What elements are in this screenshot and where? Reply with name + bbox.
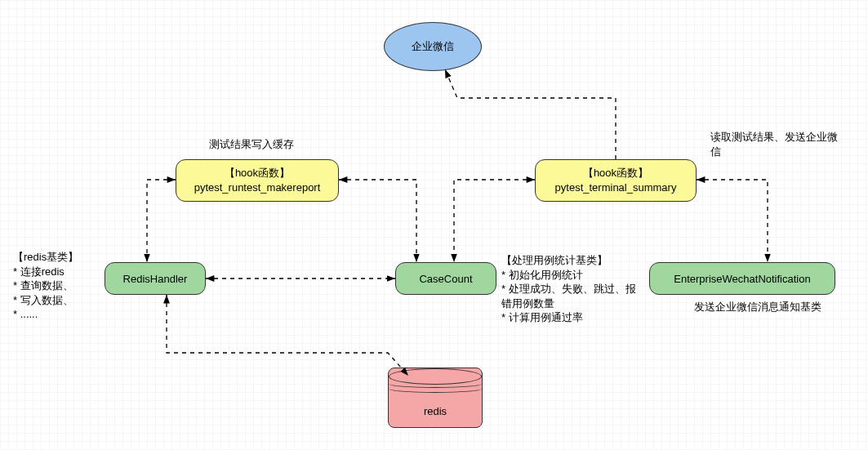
edge-terminal-to-wechat [445,69,616,159]
annotation-terminal: 读取测试结果、发送企业微信 [710,130,845,158]
annotation-item: * 查询数据、 [13,278,105,293]
annotation-makereport: 测试结果写入缓存 [209,137,294,152]
node-enterprise-wechat-app[interactable]: 企业微信 [384,22,482,71]
diagram-canvas: 企业微信 【hook函数】 pytest_runtest_makereport … [0,0,868,450]
annotation-item: * 处理成功、失败、跳过、报错用例数量 [501,282,636,310]
db-band [389,385,482,393]
annotation-casecount-base: 【处理用例统计基类】 * 初始化用例统计 * 处理成功、失败、跳过、报错用例数量… [501,253,636,325]
annotation-item: * 写入数据、 [13,293,105,308]
annotation-title: 【处理用例统计基类】 [501,253,636,268]
node-hook-makereport[interactable]: 【hook函数】 pytest_runtest_makereport [176,159,339,202]
node-title-line2: pytest_terminal_summary [555,180,677,195]
edge-makereport-to-redishandler [147,180,176,262]
node-hook-terminal[interactable]: 【hook函数】 pytest_terminal_summary [535,159,697,202]
annotation-enterprise: 发送企业微信消息通知基类 [692,300,823,314]
node-label: CaseCount [419,273,472,285]
node-label: EnterpriseWechatNotification [674,273,810,285]
annotation-item: * ...... [13,307,105,322]
edge-redishandler-to-redisdb [167,295,408,376]
node-enterprise-wechat-notification[interactable]: EnterpriseWechatNotification [649,262,835,295]
annotation-item: * 计算用例通过率 [501,310,636,325]
edge-terminal-to-enterprise [697,180,768,262]
annotation-title: 【redis基类】 [13,250,105,265]
node-case-count[interactable]: CaseCount [395,262,496,295]
node-title-line1: 【hook函数】 [225,166,290,180]
node-redis-db[interactable]: redis [388,368,483,428]
node-title-line1: 【hook函数】 [583,166,648,180]
annotation-item: * 连接redis [13,265,105,279]
node-label: redis [389,405,482,417]
node-label: RedisHandler [123,273,188,285]
node-label: 企业微信 [412,39,454,54]
node-redis-handler[interactable]: RedisHandler [105,262,206,295]
edge-makereport-to-casecount [339,180,416,262]
annotation-item: * 初始化用例统计 [501,268,636,283]
annotation-redis-base: 【redis基类】 * 连接redis * 查询数据、 * 写入数据、 * ..… [13,250,105,322]
edge-terminal-to-casecount [454,180,535,262]
node-title-line2: pytest_runtest_makereport [194,180,321,195]
